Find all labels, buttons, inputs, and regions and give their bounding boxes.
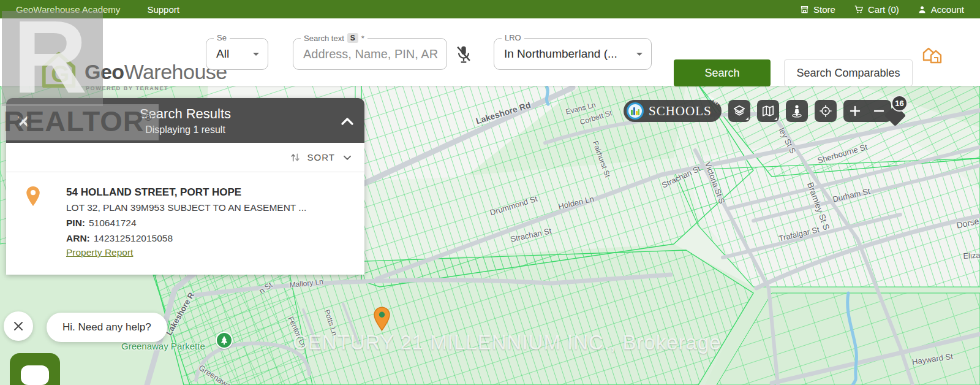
caret-down-icon bbox=[636, 53, 643, 56]
pegman-icon bbox=[790, 104, 804, 118]
search-button[interactable]: Search bbox=[674, 59, 771, 86]
plus-icon bbox=[849, 105, 861, 117]
pin-label: PIN: bbox=[66, 218, 85, 228]
locate-button[interactable] bbox=[815, 100, 837, 122]
expand-corner-icon bbox=[745, 117, 748, 120]
geowarehouse-logo: G GeoWarehouse® POWERED BY TERANET bbox=[38, 49, 233, 91]
zoom-in-button[interactable] bbox=[843, 100, 867, 122]
svg-text:G: G bbox=[51, 61, 69, 87]
basemap-button[interactable] bbox=[757, 100, 779, 122]
map-icon bbox=[761, 104, 775, 118]
results-panel-header: Search Results Displaying 1 result bbox=[6, 98, 364, 143]
nav-support[interactable]: Support bbox=[147, 4, 179, 15]
result-address: 54 HOLLAND STREET, PORT HOPE bbox=[66, 185, 352, 200]
schools-layer-button[interactable]: SCHOOLS NEW! bbox=[624, 100, 722, 122]
nav-store[interactable]: Store bbox=[800, 4, 835, 15]
arn-value: 142312512015058 bbox=[94, 233, 173, 243]
search-type-label: Se bbox=[217, 33, 227, 42]
arn-label: ARN: bbox=[66, 233, 90, 243]
zoom-level-badge: 16 bbox=[891, 95, 908, 112]
chevron-up-icon[interactable] bbox=[339, 113, 356, 130]
lro-label: LRO bbox=[505, 33, 521, 42]
schools-logo-icon bbox=[627, 102, 644, 120]
chat-greeting-bubble[interactable]: Hi. Need any help? bbox=[47, 313, 167, 342]
result-legal: LOT 32, PLAN 39M953 SUBJECT TO AN EASEME… bbox=[66, 200, 352, 215]
result-row[interactable]: 54 HOLLAND STREET, PORT HOPE LOT 32, PLA… bbox=[6, 172, 364, 275]
app-root: Lakeshore RdEvans LnCorbett StFairhurst … bbox=[0, 0, 980, 385]
store-icon bbox=[800, 5, 809, 14]
lro-value: In Northumberland (... bbox=[504, 47, 617, 61]
comparables-houses-icon[interactable] bbox=[920, 44, 943, 64]
result-pin-line: PIN:510641724 bbox=[66, 215, 352, 231]
search-type-value: All bbox=[216, 47, 229, 61]
logo-tagline: POWERED BY TERANET bbox=[86, 85, 233, 91]
property-report-link[interactable]: Property Report bbox=[66, 247, 133, 258]
chat-dismiss-button[interactable] bbox=[4, 311, 33, 341]
streetview-button[interactable] bbox=[786, 100, 808, 122]
pin-value: 510641724 bbox=[89, 218, 137, 228]
close-icon[interactable] bbox=[15, 113, 32, 130]
chat-launcher-button[interactable] bbox=[10, 353, 60, 385]
search-type-select[interactable]: Se All bbox=[206, 38, 268, 70]
logo-house-icon: G bbox=[38, 49, 80, 90]
search-text-label: Search text bbox=[304, 34, 344, 43]
search-input[interactable] bbox=[303, 39, 442, 69]
result-body: 54 HOLLAND STREET, PORT HOPE LOT 32, PLA… bbox=[66, 185, 352, 258]
sort-arrows-icon bbox=[289, 151, 301, 164]
map-result-pin-icon[interactable] bbox=[374, 307, 390, 331]
microphone-muted-icon[interactable] bbox=[454, 45, 473, 64]
chat-bubble-icon bbox=[21, 365, 49, 385]
schools-button-label: SCHOOLS bbox=[649, 104, 712, 119]
required-asterisk: * bbox=[361, 34, 364, 43]
topbar-right: Store Cart (0) Account bbox=[800, 4, 964, 15]
chevron-down-icon bbox=[341, 151, 353, 164]
pin-icon bbox=[26, 186, 40, 207]
caret-down-icon bbox=[253, 53, 259, 56]
app-header: G GeoWarehouse® POWERED BY TERANET Se Al… bbox=[0, 18, 980, 86]
top-navigation-bar: GeoWarehouse Academy Support Store Cart … bbox=[0, 0, 980, 18]
minus-icon bbox=[873, 105, 885, 117]
result-arn-line: ARN:142312512015058 bbox=[66, 231, 352, 246]
nav-cart[interactable]: Cart (0) bbox=[854, 4, 899, 15]
lro-select[interactable]: LRO In Northumberland (... bbox=[494, 38, 652, 70]
topbar-left: GeoWarehouse Academy Support bbox=[16, 4, 179, 15]
sort-bar[interactable]: SORT bbox=[6, 143, 364, 172]
layers-icon bbox=[733, 104, 746, 118]
close-icon bbox=[12, 320, 24, 332]
search-text-field[interactable]: Search text S * bbox=[293, 38, 447, 70]
park-tree-icon bbox=[216, 332, 233, 349]
target-icon bbox=[819, 104, 832, 118]
sort-label: SORT bbox=[307, 152, 335, 162]
expand-corner-icon bbox=[774, 117, 777, 120]
search-results-panel: Search Results Displaying 1 result SORT bbox=[6, 98, 364, 275]
results-subtitle: Displaying 1 result bbox=[6, 124, 364, 135]
results-title: Search Results bbox=[6, 98, 364, 122]
zoom-control bbox=[843, 100, 891, 122]
nav-academy[interactable]: GeoWarehouse Academy bbox=[16, 4, 120, 15]
person-icon bbox=[918, 5, 927, 14]
layers-button[interactable] bbox=[728, 100, 750, 122]
cart-icon bbox=[854, 5, 864, 14]
map-controls: SCHOOLS NEW! bbox=[624, 100, 891, 122]
nav-account[interactable]: Account bbox=[918, 4, 964, 15]
search-comparables-button[interactable]: Search Comparables bbox=[784, 59, 913, 86]
shortcut-key-badge: S bbox=[347, 33, 358, 43]
